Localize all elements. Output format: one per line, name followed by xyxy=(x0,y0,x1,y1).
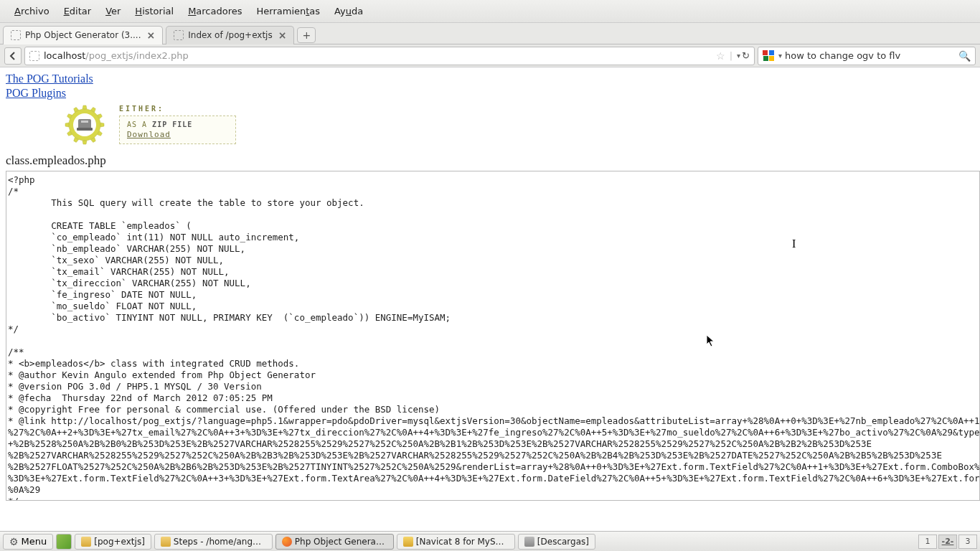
search-icon[interactable]: 🔍 xyxy=(958,50,971,62)
download-box: AS A ZIP FILE Download xyxy=(119,116,236,144)
taskbar-item-1[interactable]: Steps - /home/angul... xyxy=(154,534,273,550)
taskbar-item-3[interactable]: [Navicat 8 for MySQL] xyxy=(397,534,515,550)
gear-icon xyxy=(65,105,105,145)
taskbar-item-0[interactable]: [pog+extjs] xyxy=(75,534,151,550)
toolbar: localhost/pog_extjs/index2.php ☆ | ▾ ↻ ▾… xyxy=(0,44,980,67)
page-icon xyxy=(29,51,39,61)
url-input[interactable]: localhost/pog_extjs/index2.php ☆ | ▾ ↻ xyxy=(24,47,755,65)
workspace-3[interactable]: 3 xyxy=(958,534,977,549)
dropdown-icon[interactable]: ▾ xyxy=(778,52,782,60)
menu-ayuda[interactable]: Ayuda xyxy=(327,3,370,19)
task-label: Php Object Generato... xyxy=(295,537,387,547)
menubar: Archivo Editar Ver Historial Marcadores … xyxy=(0,0,980,23)
close-icon[interactable]: × xyxy=(278,29,287,41)
svg-marker-1 xyxy=(83,105,87,109)
menu-label: Menu xyxy=(22,536,47,547)
close-icon[interactable]: × xyxy=(147,29,156,41)
show-desktop-button[interactable] xyxy=(56,534,72,550)
menu-historial[interactable]: Historial xyxy=(128,3,181,19)
taskbar-item-2[interactable]: Php Object Generato... xyxy=(275,534,394,550)
new-tab-button[interactable]: + xyxy=(297,27,316,43)
tab-1[interactable]: Index of /pog+extjs × xyxy=(166,26,294,44)
top-links: The POG Tutorials POG Plugins xyxy=(0,67,980,103)
url-path: /pog_extjs/index2.php xyxy=(85,50,188,61)
task-label: Steps - /home/angul... xyxy=(174,537,266,547)
folder-icon xyxy=(161,537,171,547)
ff-icon xyxy=(282,537,292,547)
bookmark-star-icon[interactable]: ☆ xyxy=(716,50,725,62)
page-content: The POG Tutorials POG Plugins E xyxy=(0,67,980,531)
menu-ver[interactable]: Ver xyxy=(98,3,128,19)
code-textarea[interactable]: <?php /* This SQL query will create the … xyxy=(6,171,980,501)
page-icon xyxy=(11,30,21,40)
task-label: [pog+extjs] xyxy=(94,537,145,547)
taskbar: ⚙ Menu [pog+extjs]Steps - /home/angul...… xyxy=(0,531,980,551)
tab-label: Php Object Generator (3.... xyxy=(25,30,141,40)
arrow-left-icon xyxy=(9,52,17,60)
dl-icon xyxy=(524,537,534,547)
folder-icon xyxy=(81,537,91,547)
svg-rect-5 xyxy=(81,121,88,123)
menu-editar[interactable]: Editar xyxy=(57,3,99,19)
search-text: how to change ogv to flv xyxy=(785,50,958,61)
tab-label: Index of /pog+extjs xyxy=(188,30,272,40)
taskbar-item-4[interactable]: [Descargas] xyxy=(518,534,595,550)
tab-0[interactable]: Php Object Generator (3.... × xyxy=(3,26,163,44)
zip-line: AS A ZIP FILE xyxy=(127,121,192,128)
menu-herramientas[interactable]: Herramientas xyxy=(250,3,328,19)
gear-icon: ⚙ xyxy=(9,536,19,547)
link-tutorials[interactable]: The POG Tutorials xyxy=(6,72,974,86)
reload-icon[interactable]: ↻ xyxy=(742,50,750,61)
menu-marcadores[interactable]: Marcadores xyxy=(181,3,249,19)
start-menu-button[interactable]: ⚙ Menu xyxy=(3,534,53,550)
page-icon xyxy=(174,30,184,40)
workspace-2[interactable]: -2- xyxy=(938,534,957,549)
dropdown-icon[interactable]: ▾ xyxy=(737,52,740,60)
either-label: EITHER: xyxy=(119,105,236,113)
workspace-1[interactable]: 1 xyxy=(918,534,937,549)
menu-archivo[interactable]: Archivo xyxy=(7,3,57,19)
svg-rect-4 xyxy=(77,128,93,131)
task-label: [Descargas] xyxy=(537,537,589,547)
url-domain: localhost xyxy=(44,50,85,61)
google-icon xyxy=(763,50,774,62)
download-link[interactable]: Download xyxy=(127,130,171,139)
search-input[interactable]: ▾ how to change ogv to flv 🔍 xyxy=(758,47,976,65)
filename-heading: class.empleados.php xyxy=(0,149,980,171)
back-button[interactable] xyxy=(4,47,22,65)
tab-strip: Php Object Generator (3.... × Index of /… xyxy=(0,23,980,44)
download-section: EITHER: AS A ZIP FILE Download xyxy=(65,105,980,145)
task-label: [Navicat 8 for MySQL] xyxy=(416,537,509,547)
db-icon xyxy=(403,537,413,547)
link-plugins[interactable]: POG Plugins xyxy=(6,86,974,100)
